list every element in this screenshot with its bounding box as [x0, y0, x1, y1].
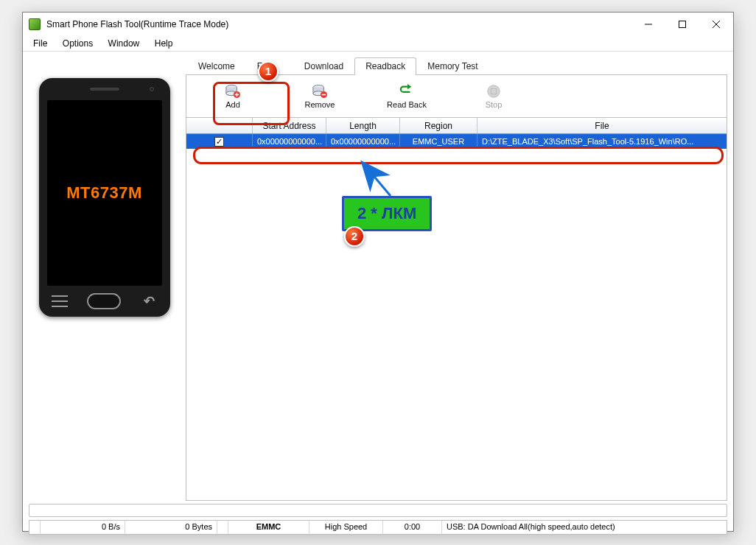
tab-readback[interactable]: Readback — [354, 57, 416, 75]
annotation-arrow — [0, 0, 756, 545]
svg-line-12 — [363, 164, 391, 196]
